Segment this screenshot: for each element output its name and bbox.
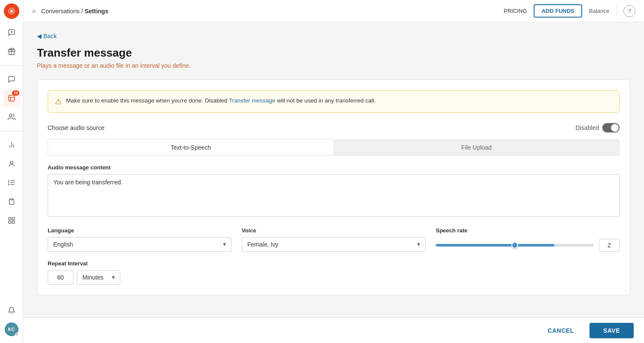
cancel-button[interactable]: CANCEL [539, 324, 583, 337]
sidebar-item-chat[interactable] [3, 24, 20, 41]
audio-content-label: Audio message content [48, 164, 620, 171]
svg-rect-19 [10, 199, 12, 200]
audio-source-row: Choose audio source Disabled [48, 123, 620, 132]
page-title: Transfer message [37, 46, 630, 60]
audio-content-textarea[interactable]: You are being transferred. [48, 174, 620, 217]
disabled-row: Disabled [576, 123, 620, 132]
app-logo[interactable] [4, 3, 19, 19]
repeat-interval-label: Repeat Interval [48, 260, 620, 267]
help-icon[interactable]: ? [623, 5, 635, 17]
sidebar-divider-1 [0, 65, 23, 66]
language-label: Language [48, 227, 231, 234]
svg-rect-20 [9, 217, 11, 220]
svg-point-17 [8, 182, 9, 183]
sidebar: 70 KC [0, 0, 23, 343]
back-arrow-icon: ◀ [37, 33, 42, 39]
footer: CANCEL SAVE [23, 317, 644, 343]
svg-rect-23 [12, 221, 14, 223]
back-link[interactable]: ◀ Back [37, 33, 630, 39]
language-group: Language English Spanish French German ▼ [48, 227, 231, 252]
breadcrumb-expand-icon[interactable]: » [32, 6, 36, 15]
disabled-toggle[interactable] [602, 123, 620, 132]
warning-icon: ⚠ [55, 97, 62, 106]
interval-unit-select[interactable]: Minutes Seconds [77, 270, 120, 285]
sidebar-item-grid[interactable] [3, 212, 20, 229]
reports-badge: 70 [12, 90, 19, 96]
sidebar-item-analytics[interactable] [3, 136, 20, 153]
balance-label: Balance [589, 8, 609, 14]
voice-select-wrapper: Female, Ivy Male, Matthew Female, Joanna… [242, 237, 425, 252]
sidebar-item-team[interactable] [3, 155, 20, 172]
user-avatar[interactable]: KC [5, 322, 18, 336]
interval-input[interactable] [48, 270, 73, 285]
content-area: ◀ Back Transfer message Plays a message … [23, 22, 644, 317]
language-voice-row: Language English Spanish French German ▼… [48, 227, 620, 252]
svg-point-12 [10, 161, 13, 164]
speech-rate-slider[interactable] [436, 244, 594, 247]
language-select[interactable]: English Spanish French German [48, 237, 231, 252]
save-button[interactable]: SAVE [589, 323, 634, 338]
settings-card: ⚠ Make sure to enable this message when … [37, 79, 630, 295]
sidebar-item-reports[interactable]: 70 [3, 90, 20, 107]
toggle-knob [611, 124, 619, 132]
audio-source-label: Choose audio source [48, 124, 104, 131]
svg-rect-22 [9, 221, 11, 223]
sidebar-item-list[interactable] [3, 174, 20, 191]
warning-text-before: Make sure to enable this message when yo… [66, 97, 229, 104]
audio-source-tabs: Text-to-Speech File Upload [48, 139, 620, 156]
svg-rect-5 [9, 95, 15, 101]
warning-banner: ⚠ Make sure to enable this message when … [48, 90, 620, 113]
breadcrumb-current: Settings [85, 8, 108, 15]
sidebar-item-clipboard[interactable] [3, 193, 20, 210]
main-container: » Conversations / Settings PRICING ADD F… [23, 0, 644, 343]
warning-text-after: will not be used in any transferred call… [275, 97, 375, 104]
interval-controls: Minutes Seconds ▼ [48, 270, 620, 285]
avatar-initials: KC [8, 327, 15, 332]
svg-point-8 [9, 114, 12, 117]
speech-rate-group: Speech rate 2 [436, 227, 620, 252]
sidebar-divider-2 [0, 131, 23, 131]
page-subtitle: Plays a message or an audio file in an i… [37, 62, 630, 69]
svg-point-18 [8, 184, 9, 185]
back-label: Back [43, 33, 57, 39]
header: » Conversations / Settings PRICING ADD F… [23, 0, 644, 22]
pricing-button[interactable]: PRICING [504, 8, 527, 14]
sidebar-item-bell[interactable] [3, 302, 20, 319]
voice-select[interactable]: Female, Ivy Male, Matthew Female, Joanna [242, 237, 425, 252]
interval-unit-wrapper: Minutes Seconds ▼ [77, 270, 120, 285]
voice-label: Voice [242, 227, 425, 234]
repeat-interval-row: Repeat Interval Minutes Seconds ▼ [48, 260, 620, 285]
warning-text: Make sure to enable this message when yo… [66, 96, 376, 105]
status-dot [15, 333, 18, 336]
header-right: PRICING ADD FUNDS Balance ? [504, 4, 635, 18]
speech-rate-controls: 2 [436, 239, 620, 252]
add-funds-button[interactable]: ADD FUNDS [534, 4, 582, 18]
tab-upload[interactable]: File Upload [334, 140, 620, 155]
tab-tts[interactable]: Text-to-Speech [48, 140, 334, 155]
sidebar-item-comments[interactable] [3, 71, 20, 88]
warning-link[interactable]: Transfer message [229, 97, 275, 104]
voice-group: Voice Female, Ivy Male, Matthew Female, … [242, 227, 425, 252]
breadcrumb-base: Conversations / [41, 8, 83, 15]
header-divider [616, 5, 617, 17]
language-select-wrapper: English Spanish French German ▼ [48, 237, 231, 252]
sidebar-bottom: KC [3, 302, 20, 340]
sidebar-item-agent[interactable] [3, 108, 20, 126]
sidebar-item-gift[interactable] [3, 43, 20, 60]
breadcrumb: Conversations / Settings [41, 8, 108, 15]
speech-rate-value: 2 [599, 239, 620, 252]
speech-rate-label: Speech rate [436, 227, 620, 234]
svg-rect-21 [12, 217, 14, 220]
disabled-label: Disabled [576, 124, 599, 131]
svg-point-16 [8, 181, 9, 181]
